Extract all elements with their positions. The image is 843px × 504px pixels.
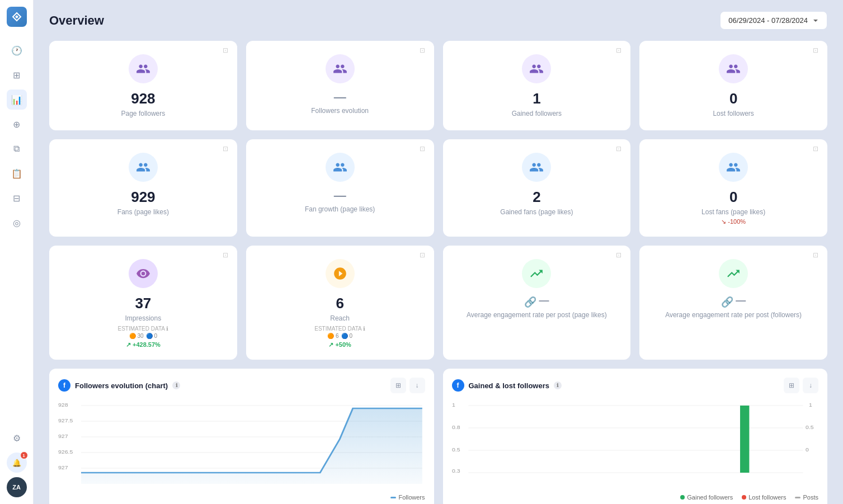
chart-legend: Gained followers Lost followers Posts bbox=[452, 494, 819, 501]
expand-chart-btn[interactable]: ⊞ bbox=[390, 378, 406, 393]
logo[interactable] bbox=[7, 7, 27, 27]
card-avg-engagement-page: ⊡ 🔗 — Average engagement rate per post (… bbox=[443, 246, 631, 360]
expand-icon[interactable]: ⊡ bbox=[223, 145, 232, 154]
card-icon-circle bbox=[522, 153, 551, 182]
sidebar-icon-settings[interactable]: ⚙ bbox=[7, 428, 27, 448]
chart-actions: ⊞ ↓ bbox=[390, 378, 425, 393]
expand-icon[interactable]: ⊡ bbox=[813, 251, 822, 260]
metric-value: 0 bbox=[729, 90, 737, 107]
card-icon-circle bbox=[326, 259, 355, 288]
legend-dot-lost bbox=[742, 495, 746, 500]
metric-label: Lost fans (page likes) bbox=[701, 208, 765, 216]
expand-icon[interactable]: ⊡ bbox=[223, 46, 232, 55]
svg-rect-22 bbox=[740, 406, 749, 473]
date-range-label: 06/29/2024 - 07/28/2024 bbox=[728, 16, 808, 25]
expand-chart-btn[interactable]: ⊞ bbox=[784, 378, 799, 393]
expand-icon[interactable]: ⊡ bbox=[420, 145, 428, 154]
legend-followers: Followers bbox=[390, 494, 425, 501]
card-page-followers: ⊡ 928 Page followers bbox=[49, 41, 237, 130]
metric-value: 6 bbox=[336, 295, 343, 312]
expand-icon[interactable]: ⊡ bbox=[420, 251, 428, 260]
svg-text:927.5: 927.5 bbox=[58, 418, 73, 423]
info-icon[interactable]: ℹ bbox=[554, 381, 562, 389]
expand-icon[interactable]: ⊡ bbox=[616, 46, 625, 55]
metric-label: Reach bbox=[330, 314, 350, 322]
chart-title: Followers evolution (chart) bbox=[75, 381, 168, 390]
expand-icon[interactable]: ⊡ bbox=[616, 251, 625, 260]
expand-icon[interactable]: ⊡ bbox=[616, 145, 625, 154]
svg-point-0 bbox=[142, 272, 145, 276]
card-icon-circle bbox=[522, 54, 551, 83]
chart-title-row: f Followers evolution (chart) ℹ bbox=[58, 379, 180, 392]
chart-header: f Followers evolution (chart) ℹ ⊞ ↓ bbox=[58, 378, 425, 393]
card-followers-evolution: ⊡ — Followers evolution bbox=[246, 41, 434, 130]
legend-dot-followers bbox=[390, 497, 396, 498]
expand-icon[interactable]: ⊡ bbox=[813, 145, 822, 154]
followers-evolution-chart-card: f Followers evolution (chart) ℹ ⊞ ↓ 928 … bbox=[49, 369, 434, 504]
metric-value: — bbox=[736, 295, 746, 307]
metric-label: Page followers bbox=[121, 110, 166, 117]
metric-label: Impressions bbox=[125, 314, 162, 322]
user-avatar[interactable]: ZA bbox=[7, 477, 27, 497]
card-icon-circle bbox=[719, 54, 748, 83]
card-lost-followers: ⊡ 0 Lost followers bbox=[639, 41, 827, 130]
card-icon-circle bbox=[522, 259, 551, 288]
card-reach: ⊡ 6 Reach ESTIMATED DATA ℹ 🟠 6 🔵 0 ↗ +50… bbox=[246, 246, 434, 360]
expand-icon[interactable]: ⊡ bbox=[420, 46, 428, 55]
download-chart-btn[interactable]: ↓ bbox=[409, 378, 425, 393]
facebook-icon: f bbox=[452, 379, 464, 392]
data-dots: 🟠 6 🔵 0 bbox=[327, 333, 352, 339]
card-icon-circle bbox=[326, 54, 355, 83]
expand-icon[interactable]: ⊡ bbox=[223, 251, 232, 260]
metric-label: Fans (page likes) bbox=[117, 208, 169, 216]
download-chart-btn[interactable]: ↓ bbox=[803, 378, 818, 393]
metric-value: 0 bbox=[729, 189, 737, 206]
expand-icon[interactable]: ⊡ bbox=[813, 46, 822, 55]
sidebar-icon-gauge[interactable]: ◎ bbox=[7, 213, 27, 233]
card-icon-circle bbox=[326, 153, 355, 182]
dot-paid: 🔵 0 bbox=[341, 333, 352, 339]
metric-value: 37 bbox=[135, 295, 151, 312]
card-icon-circle bbox=[129, 153, 158, 182]
gained-lost-chart-card: f Gained & lost followers ℹ ⊞ ↓ 1 0.8 0.… bbox=[443, 369, 828, 504]
metric-label: Average engagement rate per post (follow… bbox=[665, 311, 802, 319]
fans-cards-row: ⊡ 929 Fans (page likes) ⊡ — Fan growth (… bbox=[49, 139, 827, 237]
card-icon-circle bbox=[129, 259, 158, 288]
sidebar-icon-clock[interactable]: 🕐 bbox=[7, 40, 27, 60]
card-lost-fans: ⊡ 0 Lost fans (page likes) ↘ -100% bbox=[639, 139, 827, 237]
estimated-label: ESTIMATED DATA ℹ bbox=[118, 326, 169, 332]
chart-actions: ⊞ ↓ bbox=[784, 378, 818, 393]
sidebar-icon-grid[interactable]: ⊞ bbox=[7, 65, 27, 85]
sidebar-icon-layers[interactable]: ⧉ bbox=[7, 139, 27, 159]
estimated-data-row: ESTIMATED DATA ℹ bbox=[314, 326, 365, 332]
metric-change: ↗ +50% bbox=[328, 341, 351, 348]
sidebar-icon-grid2[interactable]: ⊟ bbox=[7, 188, 27, 208]
main-content: Overview 06/29/2024 - 07/28/2024 ⊡ 928 P… bbox=[34, 0, 843, 504]
sidebar-icon-chart[interactable]: 📊 bbox=[7, 90, 27, 110]
svg-text:0.8: 0.8 bbox=[452, 425, 460, 430]
metric-value: — bbox=[334, 189, 346, 203]
legend-label-posts: Posts bbox=[803, 494, 818, 501]
svg-text:0.5: 0.5 bbox=[452, 447, 460, 453]
date-range-picker[interactable]: 06/29/2024 - 07/28/2024 bbox=[720, 11, 827, 30]
metric-label: Gained followers bbox=[512, 110, 562, 117]
metric-value: 1 bbox=[533, 90, 540, 107]
sidebar-icon-plus[interactable]: ⊕ bbox=[7, 114, 27, 134]
metric-label: Lost followers bbox=[713, 110, 753, 117]
notifications-button[interactable]: 🔔 1 bbox=[7, 453, 27, 473]
svg-text:0.5: 0.5 bbox=[806, 425, 814, 430]
info-icon[interactable]: ℹ bbox=[172, 381, 180, 389]
svg-text:928: 928 bbox=[58, 402, 68, 408]
metric-change: ↘ -100% bbox=[721, 218, 746, 225]
legend-dot-posts bbox=[795, 497, 800, 498]
legend-label-followers: Followers bbox=[398, 494, 425, 501]
svg-text:0.3: 0.3 bbox=[452, 468, 460, 474]
metric-value: 2 bbox=[533, 189, 540, 206]
card-icon-circle bbox=[129, 54, 158, 83]
sidebar: 🕐 ⊞ 📊 ⊕ ⧉ 📋 ⊟ ◎ ⚙ 🔔 1 ZA bbox=[0, 0, 34, 504]
sidebar-icon-book[interactable]: 📋 bbox=[7, 163, 27, 183]
metric-label: Followers evolution bbox=[311, 107, 369, 115]
metric-value: — bbox=[539, 295, 549, 307]
followers-cards-row: ⊡ 928 Page followers ⊡ — Followers evolu… bbox=[49, 41, 827, 130]
card-impressions: ⊡ 37 Impressions ESTIMATED DATA ℹ 🟠 30 🔵… bbox=[49, 246, 237, 360]
